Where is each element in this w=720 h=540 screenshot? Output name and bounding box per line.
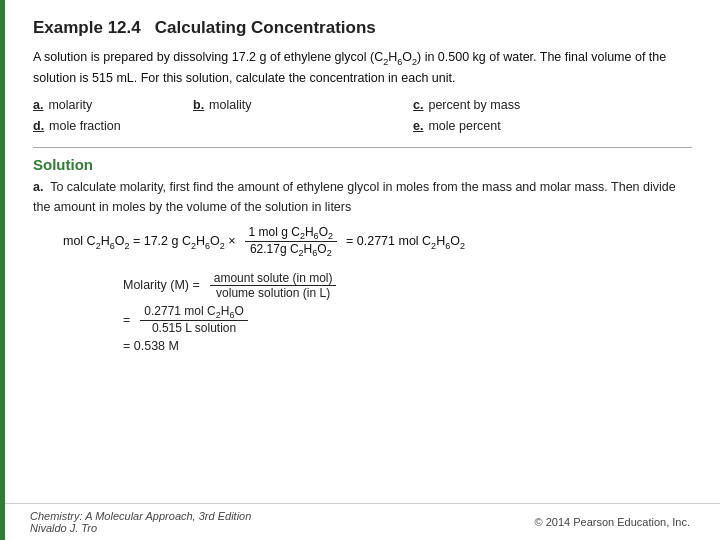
part-b-letter: b.: [193, 95, 204, 116]
part-e-label: mole percent: [428, 116, 500, 137]
molarity-def-fraction: amount solute (in mol) volume solution (…: [210, 271, 337, 300]
eq1-frac-num: 1 mol g C2H6O2: [245, 225, 337, 242]
part-c-letter: c.: [413, 95, 423, 116]
eq1-fraction: 1 mol g C2H6O2 62.17g C2H6O2: [245, 225, 337, 259]
section-divider: [33, 147, 692, 148]
footer-book-title: Chemistry: A Molecular Approach, 3rd Edi…: [30, 510, 251, 522]
molarity-result-row: = 0.538 M: [123, 339, 692, 353]
solution-heading: Solution: [33, 156, 692, 173]
footer-copyright: © 2014 Pearson Education, Inc.: [535, 516, 690, 528]
part-a-label: molarity: [48, 95, 92, 116]
molarity-calc-den: 0.515 L solution: [148, 321, 240, 335]
molarity-def-num: amount solute (in mol): [210, 271, 337, 286]
molarity-calc-fraction: 0.2771 mol C2H6O 0.515 L solution: [140, 304, 247, 335]
part-c-label: percent by mass: [428, 95, 520, 116]
molarity-def-row: Molarity (M) = amount solute (in mol) vo…: [123, 271, 692, 300]
part-b: b. molality: [193, 95, 413, 116]
equations-area: mol C2H6O2 = 17.2 g C2H6O2 × 1 mol g C2H…: [33, 225, 692, 353]
parts-grid: a. molarity b. molality c. percent by ma…: [33, 95, 692, 138]
title-bar: Example 12.4 Calculating Concentrations: [33, 18, 692, 38]
problem-text: A solution is prepared by dissolving 17.…: [33, 48, 692, 89]
part-d-label: mole fraction: [49, 116, 121, 137]
molarity-calc-row: = 0.2771 mol C2H6O 0.515 L solution: [123, 304, 692, 335]
footer: Chemistry: A Molecular Approach, 3rd Edi…: [0, 503, 720, 540]
part-e-letter: e.: [413, 116, 423, 137]
equation-1: mol C2H6O2 = 17.2 g C2H6O2 × 1 mol g C2H…: [63, 225, 692, 259]
molarity-label: Molarity (M) =: [123, 278, 200, 292]
solution-part-a-text: a. To calculate molarity, first find the…: [33, 178, 692, 217]
molarity-equals-1: =: [123, 313, 130, 327]
example-label: Example 12.4: [33, 18, 141, 38]
molarity-definition-block: Molarity (M) = amount solute (in mol) vo…: [123, 271, 692, 353]
footer-left: Chemistry: A Molecular Approach, 3rd Edi…: [30, 510, 251, 534]
part-a-letter: a.: [33, 95, 43, 116]
green-accent-bar: [0, 0, 5, 540]
part-d: d. mole fraction: [33, 116, 193, 137]
title-text: Calculating Concentrations: [155, 18, 376, 38]
molarity-def-den: volume solution (in L): [212, 286, 334, 300]
eq1-rhs: = 0.2771 mol C2H6O2: [346, 234, 465, 251]
part-d-letter: d.: [33, 116, 44, 137]
molarity-calc-num: 0.2771 mol C2H6O: [140, 304, 247, 321]
eq1-frac-den: 62.17g C2H6O2: [246, 242, 336, 258]
eq1-lhs: mol C2H6O2 = 17.2 g C2H6O2 ×: [63, 234, 236, 251]
part-b-label: molality: [209, 95, 251, 116]
part-c: c. percent by mass: [413, 95, 692, 116]
part-e: e. mole percent: [413, 116, 692, 137]
footer-author: Nivaldo J. Tro: [30, 522, 251, 534]
molarity-result: = 0.538 M: [123, 339, 179, 353]
part-a: a. molarity: [33, 95, 193, 116]
